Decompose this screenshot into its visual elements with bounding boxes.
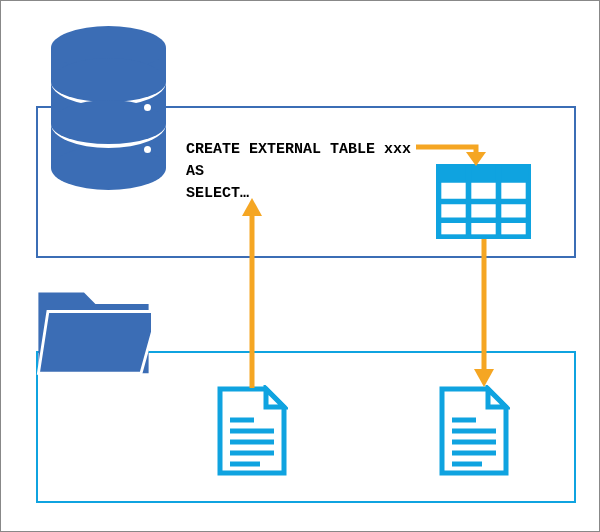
diagram-stage: CREATE EXTERNAL TABLE xxx AS SELECT… xyxy=(1,1,599,531)
sql-line-2: AS xyxy=(186,163,204,180)
database-icon xyxy=(51,26,166,186)
table-grid-icon xyxy=(436,164,531,239)
document-source-icon xyxy=(216,385,288,477)
svg-rect-1 xyxy=(439,166,529,183)
sql-line-1: CREATE EXTERNAL TABLE xxx xyxy=(186,141,411,158)
sql-line-3: SELECT… xyxy=(186,185,249,202)
sql-statement: CREATE EXTERNAL TABLE xxx AS SELECT… xyxy=(186,139,411,204)
document-output-icon xyxy=(438,385,510,477)
folder-icon xyxy=(36,283,151,378)
